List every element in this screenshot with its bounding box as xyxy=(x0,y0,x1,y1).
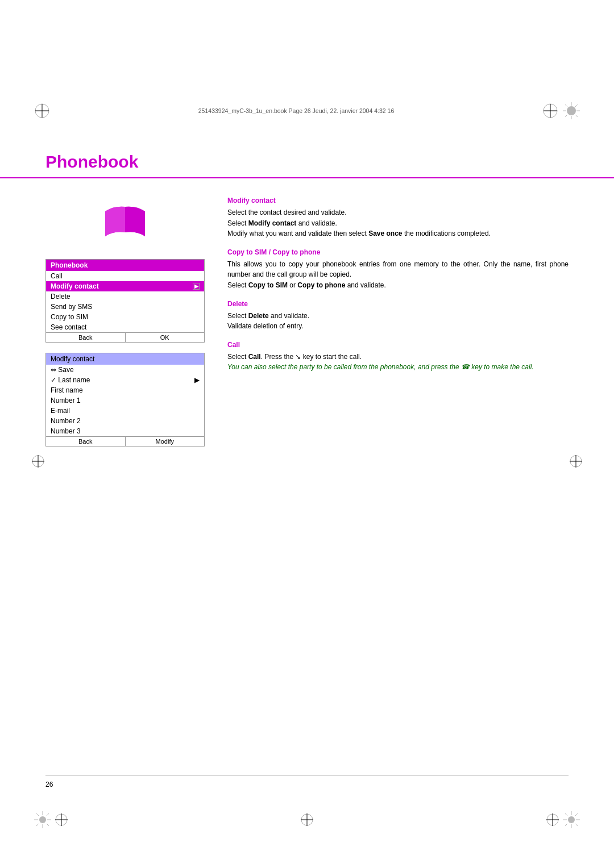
svg-line-14 xyxy=(565,115,567,117)
menu2-item-save[interactable]: ⇔ Save xyxy=(46,365,204,375)
section-modify-contact-body: Select the contact desired and validate.… xyxy=(227,207,569,239)
menu1-item-copy-sim[interactable]: Copy to SIM xyxy=(46,312,204,322)
svg-line-41 xyxy=(575,813,578,816)
menu2-header: Modify contact xyxy=(46,353,204,365)
menu1-item-call[interactable]: Call xyxy=(46,271,204,281)
svg-line-24 xyxy=(36,824,39,826)
right-column: Modify contact Select the contact desire… xyxy=(227,195,569,457)
page-title: Phonebook xyxy=(45,152,569,172)
section-modify-contact-title: Modify contact xyxy=(227,195,569,206)
main-content: Phonebook Call Modify contact ▶ Delete S… xyxy=(0,178,614,474)
reg-mark-top-left xyxy=(34,103,50,119)
page-title-section: Phonebook xyxy=(0,136,614,178)
page-number: 26 xyxy=(45,781,53,788)
svg-point-34 xyxy=(568,816,575,823)
reg-mark-mid-right xyxy=(569,454,583,470)
svg-line-39 xyxy=(565,813,567,816)
reg-mark-bottom-left xyxy=(34,811,68,828)
menu1-item-send-sms[interactable]: Send by SMS xyxy=(46,302,204,312)
reg-mark-top-right xyxy=(542,102,580,119)
menu1-footer: Back OK xyxy=(46,332,204,342)
menu2-item-number1[interactable]: Number 1 xyxy=(46,395,204,406)
phonebook-menu: Phonebook Call Modify contact ▶ Delete S… xyxy=(45,259,205,343)
phonebook-icon-area xyxy=(45,195,205,259)
reg-mark-mid-left xyxy=(31,454,45,470)
menu1-back-btn[interactable]: Back xyxy=(46,333,126,342)
reg-mark-bottom-right xyxy=(546,811,580,828)
svg-line-23 xyxy=(47,813,49,816)
section-copy-sim-title: Copy to SIM / Copy to phone xyxy=(227,247,569,257)
menu1-ok-btn[interactable]: OK xyxy=(126,333,205,342)
menu1-item-modify-contact[interactable]: Modify contact ▶ xyxy=(46,281,204,291)
menu1-item-see-contact[interactable]: See contact xyxy=(46,322,204,332)
header-text: 251433924_myC-3b_1u_en.book Page 26 Jeud… xyxy=(198,107,394,114)
menu1-item-delete[interactable]: Delete xyxy=(46,291,204,302)
menu2-item-firstname[interactable]: First name xyxy=(46,385,204,395)
bottom-area: 26 xyxy=(0,775,614,840)
section-call-body: Select Call. Press the ↘ key to start th… xyxy=(227,352,569,373)
menu2-modify-btn[interactable]: Modify xyxy=(126,437,205,446)
lastname-arrow: ▶ xyxy=(194,376,200,384)
section-delete-body: Select Delete and validate. Validate del… xyxy=(227,311,569,332)
section-call-title: Call xyxy=(227,340,569,350)
modify-contact-arrow: ▶ xyxy=(193,283,200,290)
svg-line-22 xyxy=(47,824,49,826)
menu2-back-btn[interactable]: Back xyxy=(46,437,126,446)
svg-point-16 xyxy=(39,816,46,823)
section-copy-sim-body: This allows you to copy your phonebook e… xyxy=(227,259,569,291)
svg-point-6 xyxy=(567,106,576,115)
reg-mark-bottom-center xyxy=(300,813,314,827)
svg-line-12 xyxy=(575,115,578,117)
svg-line-42 xyxy=(565,824,567,826)
menu1-header: Phonebook xyxy=(46,260,204,271)
page-wrapper: 251433924_myC-3b_1u_en.book Page 26 Jeud… xyxy=(0,85,614,868)
svg-line-21 xyxy=(36,813,39,816)
svg-line-11 xyxy=(565,105,567,107)
menu2-item-email[interactable]: E-mail xyxy=(46,406,204,416)
section-delete-title: Delete xyxy=(227,299,569,309)
svg-line-13 xyxy=(575,105,578,107)
left-column: Phonebook Call Modify contact ▶ Delete S… xyxy=(45,195,205,457)
svg-line-40 xyxy=(575,824,578,826)
menu2-item-number2[interactable]: Number 2 xyxy=(46,416,204,426)
menu2-footer: Back Modify xyxy=(46,436,204,446)
menu2-item-number3[interactable]: Number 3 xyxy=(46,426,204,436)
phonebook-icon xyxy=(99,201,151,242)
modify-contact-menu: Modify contact ⇔ Save ✓ Last name ▶ Firs… xyxy=(45,353,205,446)
menu2-item-lastname[interactable]: ✓ Last name ▶ xyxy=(46,375,204,385)
